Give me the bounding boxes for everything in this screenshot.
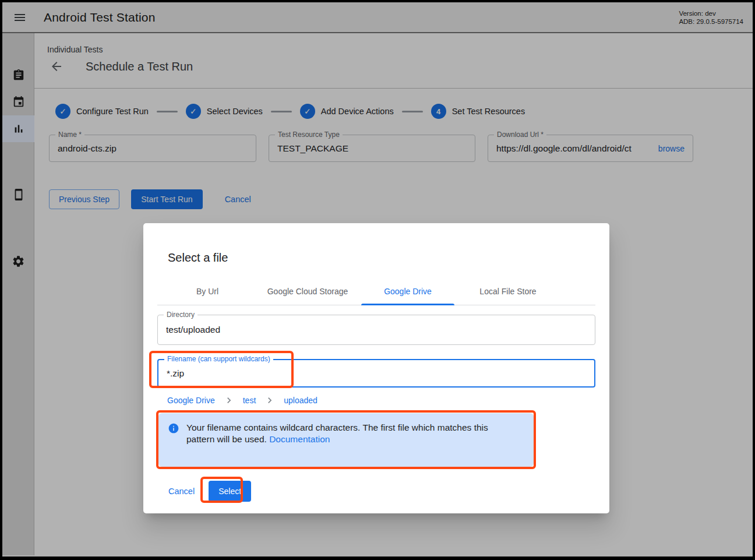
dialog-tabs: By Url Google Cloud Storage Google Drive… <box>157 278 595 305</box>
directory-input[interactable] <box>158 325 595 335</box>
directory-field[interactable]: Directory <box>157 315 595 345</box>
breadcrumb-test[interactable]: test <box>243 396 256 405</box>
filename-field-label: Filename (can support wildcards) <box>164 355 273 363</box>
info-icon <box>168 422 179 434</box>
tab-google-drive[interactable]: Google Drive <box>358 278 458 305</box>
dialog-title: Select a file <box>168 250 585 265</box>
alert-message: Your filename contains wildcard characte… <box>186 422 510 458</box>
filename-input[interactable] <box>158 368 594 379</box>
breadcrumb-google-drive[interactable]: Google Drive <box>167 396 215 405</box>
screenshot-frame: Android Test Station Version: dev ADB: 2… <box>0 0 755 560</box>
directory-field-label: Directory <box>164 311 197 319</box>
tab-google-cloud-storage[interactable]: Google Cloud Storage <box>257 278 358 305</box>
wildcard-info-alert: Your filename contains wildcard characte… <box>158 413 534 467</box>
dialog-cancel-button[interactable]: Cancel <box>166 483 197 499</box>
documentation-link[interactable]: Documentation <box>269 434 330 444</box>
app-window: Android Test Station Version: dev ADB: 2… <box>2 2 753 557</box>
chevron-right-icon <box>264 395 276 406</box>
chevron-right-icon <box>223 395 235 406</box>
filename-field[interactable]: Filename (can support wildcards) <box>157 359 595 388</box>
dialog-actions: Cancel Select <box>166 481 609 502</box>
file-breadcrumb: Google Drive test uploaded <box>167 395 595 406</box>
select-file-dialog: Select a file By Url Google Cloud Storag… <box>143 223 609 513</box>
alert-text: Your filename contains wildcard characte… <box>186 422 488 444</box>
breadcrumb-uploaded[interactable]: uploaded <box>284 396 317 405</box>
tab-local-file-store[interactable]: Local File Store <box>458 278 558 305</box>
tab-by-url[interactable]: By Url <box>157 278 257 305</box>
dialog-select-button[interactable]: Select <box>209 481 251 502</box>
